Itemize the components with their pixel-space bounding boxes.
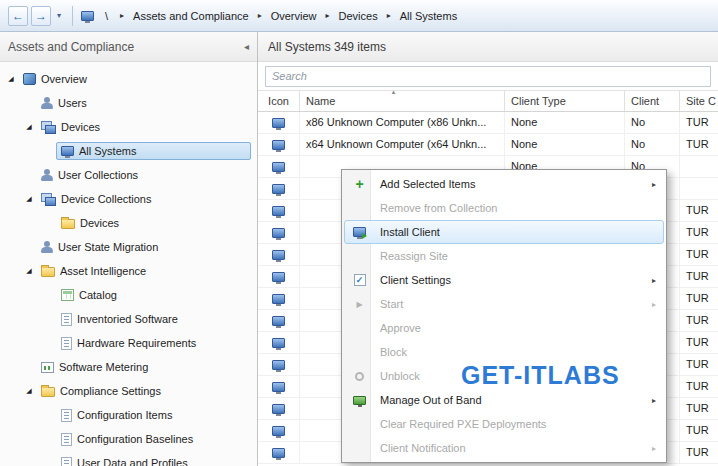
menu-item-label: Approve <box>372 322 421 334</box>
history-dropdown-icon[interactable]: ▾ <box>54 11 64 20</box>
sidebar-item-label: Inventoried Software <box>77 313 178 325</box>
menu-item-add-selected-items[interactable]: + Add Selected Items ▸ <box>344 172 664 196</box>
sidebar-item-label: User State Migration <box>58 241 158 253</box>
submenu-arrow-icon: ▸ <box>652 300 656 309</box>
expand-arrow-icon[interactable]: ◢ <box>22 387 36 395</box>
menu-item-label: Start <box>372 298 403 310</box>
sidebar-item-devices[interactable]: ◢ Devices <box>0 115 257 139</box>
computer-icon <box>272 140 285 150</box>
sidebar-item-configuration-items[interactable]: Configuration Items <box>0 403 257 427</box>
user-state-migration-icon <box>41 241 53 253</box>
column-header-name[interactable]: ▴Name <box>300 91 505 111</box>
table-row[interactable]: x86 Unknown Computer (x86 Unkn...NoneNoT… <box>258 112 718 134</box>
console-node-icon <box>81 11 94 21</box>
sidebar-item-label: User Data and Profiles <box>77 457 188 466</box>
submenu-arrow-icon: ▸ <box>652 396 656 405</box>
table-header: Icon ▴Name Client Type Client Site C <box>258 90 718 112</box>
catalog-icon <box>61 289 74 301</box>
menu-item-label: Block <box>372 346 407 358</box>
submenu-arrow-icon: ▸ <box>652 180 656 189</box>
add-icon: + <box>347 177 372 191</box>
sidebar-item-hardware-requirements[interactable]: Hardware Requirements <box>0 331 257 355</box>
sidebar-item-device-collections[interactable]: ◢ Device Collections <box>0 187 257 211</box>
breadcrumb-root[interactable]: \ <box>105 10 108 22</box>
user-collections-icon <box>41 169 53 181</box>
sidebar-item-catalog[interactable]: Catalog <box>0 283 257 307</box>
sidebar-item-software-metering[interactable]: Software Metering <box>0 355 257 379</box>
submenu-arrow-icon: ▸ <box>652 444 656 453</box>
breadcrumb-item-overview[interactable]: Overview <box>271 10 317 22</box>
list-icon <box>61 337 72 350</box>
sidebar-item-user-state-migration[interactable]: User State Migration <box>0 235 257 259</box>
menu-item-remove-from-collection[interactable]: Remove from Collection <box>344 196 664 220</box>
navigation-pane: Assets and Compliance ◂ ◢ Overview Users… <box>0 32 258 466</box>
menu-item-start[interactable]: ▶ Start ▸ <box>344 292 664 316</box>
breadcrumb-item-devices[interactable]: Devices <box>339 10 378 22</box>
expand-arrow-icon[interactable]: ◢ <box>22 123 36 131</box>
sidebar-item-devices-folder[interactable]: Devices <box>0 211 257 235</box>
navigation-tree: ◢ Overview Users ◢ Devices All Systems U… <box>0 62 257 466</box>
forward-button[interactable]: → <box>31 6 51 26</box>
sidebar-item-user-collections[interactable]: User Collections <box>0 163 257 187</box>
collapse-pane-icon[interactable]: ◂ <box>244 41 249 52</box>
menu-item-install-client[interactable]: Install Client <box>344 220 664 244</box>
breadcrumb-separator-icon: ▸ <box>387 11 391 20</box>
sidebar-item-inventoried-software[interactable]: Inventoried Software <box>0 307 257 331</box>
start-icon: ▶ <box>347 300 372 309</box>
menu-item-clear-required-pxe-deployments[interactable]: Clear Required PXE Deployments <box>344 412 664 436</box>
toolbar-separator <box>72 6 73 26</box>
overview-icon <box>23 73 36 85</box>
expand-arrow-icon[interactable]: ◢ <box>22 267 36 275</box>
computer-icon <box>272 206 285 216</box>
menu-item-reassign-site[interactable]: Reassign Site <box>344 244 664 268</box>
menu-item-label: Client Settings <box>372 274 451 286</box>
menu-item-manage-out-of-band[interactable]: Manage Out of Band ▸ <box>344 388 664 412</box>
menu-item-client-notification[interactable]: Client Notification ▸ <box>344 436 664 460</box>
menu-item-label: Clear Required PXE Deployments <box>372 418 546 430</box>
sidebar-item-asset-intelligence[interactable]: ◢ Asset Intelligence <box>0 259 257 283</box>
results-pane-header: All Systems 349 items <box>258 32 718 62</box>
menu-item-approve[interactable]: Approve <box>344 316 664 340</box>
watermark-text: GET-ITLABS <box>461 361 620 390</box>
column-header-icon[interactable]: Icon <box>258 91 300 111</box>
table-row[interactable]: x64 Unknown Computer (x64 Unkn...NoneNoT… <box>258 134 718 156</box>
folder-icon <box>41 267 55 277</box>
client-settings-icon: ✓ <box>347 274 372 286</box>
software-metering-icon <box>41 362 54 373</box>
column-header-client[interactable]: Client <box>625 91 680 111</box>
computer-icon <box>272 272 285 282</box>
breadcrumb-item-all-systems[interactable]: All Systems <box>400 10 457 22</box>
expand-arrow-icon[interactable]: ◢ <box>22 195 36 203</box>
menu-item-client-settings[interactable]: ✓ Client Settings ▸ <box>344 268 664 292</box>
list-icon <box>61 457 72 466</box>
breadcrumb-item-assets-and-compliance[interactable]: Assets and Compliance <box>133 10 249 22</box>
column-header-site-code[interactable]: Site C <box>680 91 718 111</box>
search-bar <box>258 62 718 90</box>
sidebar-item-label: Asset Intelligence <box>60 265 146 277</box>
sidebar-item-label: Device Collections <box>61 193 151 205</box>
expand-arrow-icon[interactable]: ◢ <box>4 75 18 83</box>
menu-item-label: Add Selected Items <box>372 178 475 190</box>
sidebar-item-label: Catalog <box>79 289 117 301</box>
computer-icon <box>272 382 285 392</box>
sidebar-item-configuration-baselines[interactable]: Configuration Baselines <box>0 427 257 451</box>
users-icon <box>41 97 53 109</box>
sidebar-item-all-systems[interactable]: All Systems <box>0 139 257 163</box>
search-input[interactable] <box>265 66 711 87</box>
menu-item-label: Manage Out of Band <box>372 394 482 406</box>
sidebar-item-user-data-and-profiles[interactable]: User Data and Profiles <box>0 451 257 466</box>
sidebar-item-overview[interactable]: ◢ Overview <box>0 67 257 91</box>
list-icon <box>61 433 72 446</box>
install-client-icon <box>347 227 372 237</box>
computer-icon <box>272 250 285 260</box>
back-button[interactable]: ← <box>8 6 28 26</box>
breadcrumb-bar: ← → ▾ \ ▸ Assets and Compliance ▸ Overvi… <box>0 0 718 32</box>
column-header-client-type[interactable]: Client Type <box>505 91 625 111</box>
sidebar-item-compliance-settings[interactable]: ◢ Compliance Settings <box>0 379 257 403</box>
computer-icon <box>272 184 285 194</box>
menu-item-label: Unblock <box>372 370 420 382</box>
sidebar-item-users[interactable]: Users <box>0 91 257 115</box>
folder-icon <box>61 219 75 229</box>
computer-icon <box>272 426 285 436</box>
sidebar-item-label: Devices <box>80 217 119 229</box>
